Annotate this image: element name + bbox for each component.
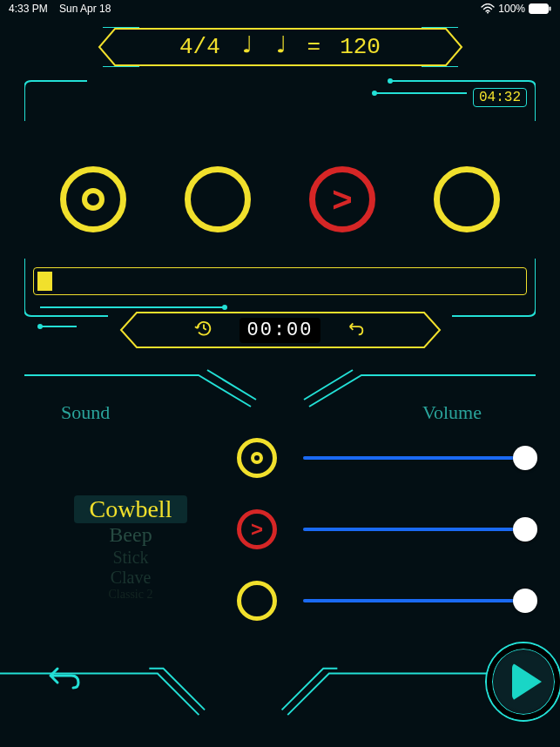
volume-slider-1[interactable]	[303, 446, 525, 470]
volume-column: >	[237, 433, 525, 621]
sound-picker[interactable]: Cowbell Beep Stick Clave Classic 2	[35, 433, 226, 621]
session-time: 04:32	[473, 88, 527, 107]
volume-row-1	[237, 438, 525, 478]
svg-point-4	[372, 91, 377, 96]
beat-2[interactable]	[185, 166, 251, 232]
note-icon: ♩	[240, 35, 254, 59]
status-time: 4:33 PM	[9, 3, 48, 15]
battery-pct: 100%	[498, 3, 525, 15]
note-icon: ♩	[273, 35, 288, 59]
accent-gt-icon[interactable]: >	[237, 509, 277, 549]
progress-bar[interactable]	[33, 267, 527, 295]
beat-4[interactable]	[434, 166, 500, 232]
svg-rect-2	[550, 7, 551, 11]
play-button[interactable]	[487, 643, 560, 720]
timer-bar: 00:00	[119, 311, 442, 349]
equals-sign: =	[307, 34, 321, 60]
sound-option[interactable]: Beep	[109, 523, 152, 548]
svg-point-3	[388, 78, 393, 84]
status-right: 100%	[481, 3, 551, 15]
time-signature: 4/4	[179, 34, 220, 60]
battery-icon	[529, 3, 551, 14]
beats-row: >	[24, 166, 536, 232]
svg-point-0	[487, 12, 489, 14]
history-icon[interactable]	[194, 319, 213, 341]
divider	[24, 368, 536, 408]
progress-fill	[37, 272, 52, 291]
status-date: Sun Apr 18	[59, 3, 111, 15]
sound-option-selected[interactable]: Cowbell	[74, 495, 188, 523]
timer-display: 00:00	[240, 318, 320, 343]
beat-accent-icon: >	[332, 182, 352, 217]
undo-icon[interactable]	[347, 319, 366, 341]
play-zone	[0, 634, 560, 730]
back-button[interactable]	[47, 663, 82, 690]
accent-ring-icon[interactable]	[237, 438, 277, 478]
status-left: 4:33 PM Sun Apr 18	[9, 3, 111, 15]
sound-option[interactable]: Classic 2	[109, 588, 153, 602]
play-icon	[512, 663, 542, 701]
status-bar: 4:33 PM Sun Apr 18 100%	[0, 0, 560, 15]
plain-beat-icon[interactable]	[237, 581, 277, 621]
sound-option[interactable]: Clave	[111, 568, 152, 588]
beat-1[interactable]	[60, 166, 126, 232]
volume-row-3	[237, 581, 525, 621]
volume-row-2: >	[237, 509, 525, 549]
bpm-value: 120	[340, 34, 381, 60]
volume-slider-2[interactable]	[303, 517, 525, 542]
beat-3[interactable]: >	[309, 166, 375, 232]
svg-point-5	[222, 305, 227, 310]
metronome-panel: 04:32 > 00:00	[24, 76, 536, 346]
svg-rect-1	[530, 4, 549, 14]
sound-volume-section: Cowbell Beep Stick Clave Classic 2 >	[35, 433, 525, 621]
wifi-icon	[481, 3, 495, 14]
beat-accent-ring-icon	[82, 188, 105, 211]
sound-option[interactable]: Stick	[112, 548, 148, 568]
tempo-bar[interactable]: 4/4 ♩ ♩ = 120	[98, 27, 463, 67]
volume-slider-3[interactable]	[303, 589, 525, 613]
